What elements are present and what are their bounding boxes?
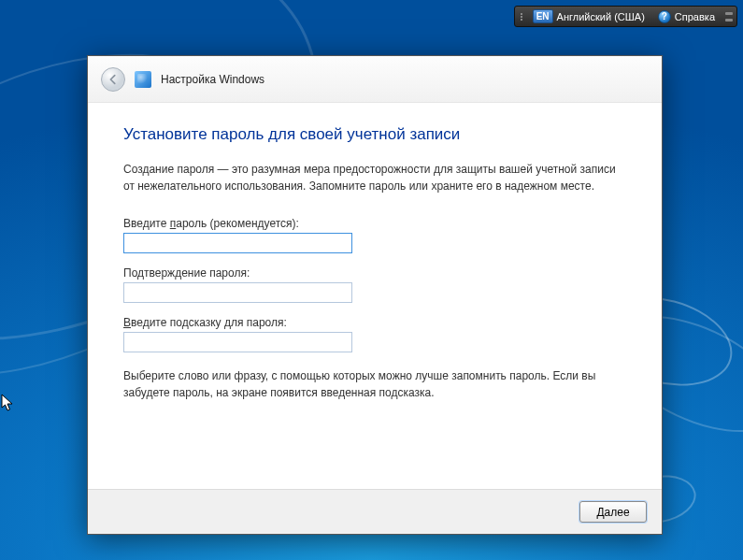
mouse-cursor-icon xyxy=(1,394,16,414)
help-icon: ? xyxy=(658,10,671,23)
dialog-footer: Далее xyxy=(88,489,662,534)
confirm-password-input[interactable] xyxy=(123,282,352,303)
setup-icon xyxy=(135,71,151,88)
window-title: Настройка Windows xyxy=(161,73,264,86)
langbar-options-icon[interactable] xyxy=(725,12,733,22)
dialog-header: Настройка Windows xyxy=(88,56,662,103)
hint-field-group: Введите подсказку для пароля: xyxy=(123,316,626,352)
setup-dialog: Настройка Windows Установите пароль для … xyxy=(87,55,663,535)
help-button[interactable]: ? Справка xyxy=(653,9,720,24)
description-text: Создание пароля — это разумная мера пред… xyxy=(123,161,626,194)
confirm-label: Подтверждение пароля: xyxy=(123,266,626,280)
back-button[interactable] xyxy=(101,67,125,92)
language-selector[interactable]: EN Английский (США) xyxy=(528,8,650,24)
hint-help-text: Выберите слово или фразу, с помощью кото… xyxy=(123,367,626,401)
next-button[interactable]: Далее xyxy=(579,501,647,523)
arrow-left-icon xyxy=(107,73,120,86)
password-hint-input[interactable] xyxy=(123,332,352,352)
language-bar: EN Английский (США) ? Справка xyxy=(514,6,737,27)
password-input[interactable] xyxy=(123,233,352,253)
grip-icon[interactable] xyxy=(519,13,524,21)
help-label: Справка xyxy=(675,11,715,22)
language-label: Английский (США) xyxy=(557,11,645,22)
password-label: Введите пароль (рекомендуется): xyxy=(123,217,626,230)
hint-label: Введите подсказку для пароля: xyxy=(123,316,626,329)
password-field-group: Введите пароль (рекомендуется): xyxy=(123,217,626,253)
language-code-badge: EN xyxy=(533,9,553,23)
confirm-field-group: Подтверждение пароля: xyxy=(123,266,626,303)
dialog-body: Установите пароль для своей учетной запи… xyxy=(88,103,662,420)
page-title: Установите пароль для своей учетной запи… xyxy=(123,125,626,144)
